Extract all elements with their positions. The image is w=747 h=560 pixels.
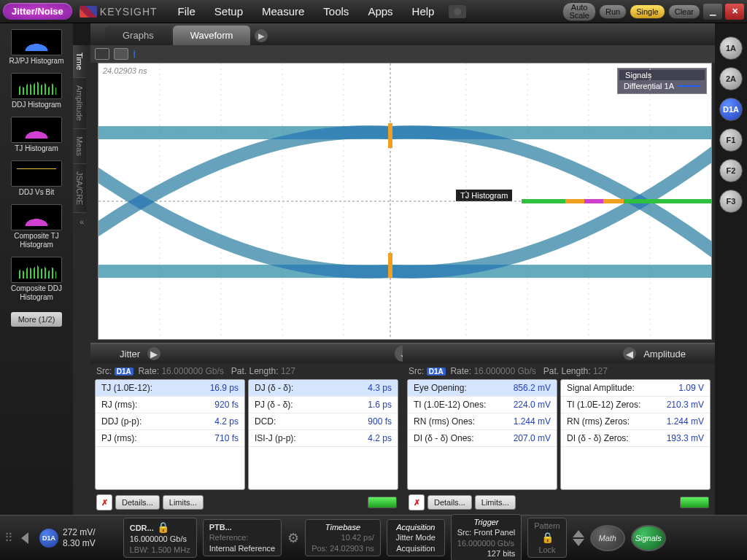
meas-row[interactable]: RN (rms) Ones:1.244 mV xyxy=(408,413,557,430)
thumb-label: Composite DDJ Histogram xyxy=(3,284,70,302)
up-arrow-icon[interactable] xyxy=(573,530,584,537)
jitter-source-line: Src: D1A Rate: 16.000000 Gb/s Pat. Lengt… xyxy=(90,363,403,379)
layout-single-icon[interactable] xyxy=(95,48,109,60)
channel-2a-button[interactable]: 2A xyxy=(719,67,743,90)
main-menu: FileSetupMeasureToolsAppsHelp xyxy=(169,2,444,20)
channel-f3-button[interactable]: F3 xyxy=(719,190,743,213)
channel-f2-button[interactable]: F2 xyxy=(719,159,743,182)
thumb-rj-pj-histogram[interactable]: RJ/PJ Histogram xyxy=(3,29,70,66)
src-chip[interactable]: D1A xyxy=(427,368,446,376)
autoscale-button[interactable]: Auto Scale xyxy=(562,2,596,21)
screenshot-icon[interactable] xyxy=(449,5,466,18)
menu-help[interactable]: Help xyxy=(403,2,444,20)
src-chip[interactable]: D1A xyxy=(115,368,133,376)
meas-row[interactable]: DDJ (p-p):4.2 ps xyxy=(96,413,244,430)
more-button[interactable]: More (1/2) xyxy=(11,312,63,327)
channel-1a-button[interactable]: 1A xyxy=(719,36,743,60)
menu-apps[interactable]: Apps xyxy=(359,2,401,20)
meas-row[interactable]: DCD:900 fs xyxy=(249,413,398,430)
clear-button[interactable]: Clear xyxy=(668,4,700,19)
brand-logo: KEYSIGHT xyxy=(80,6,158,18)
meas-row[interactable]: ISI-J (p-p):4.2 ps xyxy=(249,430,398,447)
keysight-icon xyxy=(80,6,97,18)
pattern-box[interactable]: Pattern 🔒 Lock xyxy=(527,518,566,558)
acquisition-box[interactable]: Acquisition Jitter Mode Acquisition xyxy=(387,519,445,556)
thumb-ddj-vs-bit[interactable]: DDJ Vs Bit xyxy=(3,160,70,197)
channel-buttons: 1A2AD1AF1F2F3 xyxy=(716,36,746,213)
mode-badge[interactable]: Jitter/Noise xyxy=(3,3,72,20)
tab-graphs[interactable]: Graphs xyxy=(105,26,171,45)
menu-measure[interactable]: Measure xyxy=(253,2,313,20)
jitter-close-button[interactable]: ✗ xyxy=(96,494,112,510)
meas-row[interactable]: RN (rms) Zeros:1.244 mV xyxy=(561,413,710,430)
channel-f1-button[interactable]: F1 xyxy=(719,128,743,152)
trigger-box[interactable]: Trigger Src: Front Panel 16.000000 Gb/s … xyxy=(451,514,522,560)
amplitude-details-button[interactable]: Details... xyxy=(427,495,472,510)
meas-row[interactable]: Signal Amplitude:1.09 V xyxy=(561,380,710,397)
scroll-arrows xyxy=(573,530,584,546)
amplitude-close-button[interactable]: ✗ xyxy=(409,494,425,510)
channel-d1a-button[interactable]: D1A xyxy=(719,98,743,121)
waveform-plot[interactable]: 24.02903 ns Signals Differential 1A TJ H… xyxy=(98,63,712,340)
amplitude-status-led xyxy=(680,497,709,508)
meas-row[interactable]: TJ (1.0E-12):16.9 ps xyxy=(96,380,244,397)
sb-channel-chip: D1A xyxy=(39,529,58,548)
minimize-icon[interactable]: ▁ xyxy=(703,4,722,20)
meas-row[interactable]: PJ (δ - δ):1.6 ps xyxy=(249,397,398,413)
menu-tools[interactable]: Tools xyxy=(314,2,357,20)
single-button[interactable]: Single xyxy=(630,4,665,19)
cdr-box[interactable]: CDR...🔒 16.000000 Gb/s LBW: 1.500 MHz xyxy=(123,518,197,558)
meas-row[interactable]: TI (1.0E-12) Ones:224.0 mV xyxy=(408,397,557,413)
meas-row[interactable]: RJ (rms):920 fs xyxy=(96,397,244,413)
overflow-icon[interactable]: ⁞ xyxy=(133,48,136,60)
eye-diagram-svg xyxy=(98,63,711,339)
meas-row[interactable]: PJ (rms):710 fs xyxy=(96,430,244,447)
jitter-status-led xyxy=(368,497,397,508)
amplitude-prev-icon[interactable]: ◀ xyxy=(623,347,636,360)
lock-icon: 🔒 xyxy=(157,521,169,533)
close-icon[interactable]: ✕ xyxy=(725,4,744,20)
sb-channel[interactable]: D1A 272 mV/ 8.30 mV xyxy=(39,527,96,548)
thumb-tj-histogram[interactable]: TJ Histogram xyxy=(3,117,70,153)
jitter-details-button[interactable]: Details... xyxy=(115,495,160,510)
tab-next-icon[interactable]: ▶ xyxy=(255,29,268,42)
thumb-label: RJ/PJ Histogram xyxy=(3,57,70,66)
meas-row[interactable]: DI (δ - δ) Ones:207.0 mV xyxy=(408,430,557,447)
collapse-sidebar-icon[interactable]: « xyxy=(73,213,90,230)
menubar: Jitter/Noise KEYSIGHT FileSetupMeasureTo… xyxy=(0,0,747,23)
thumbnail-panel: RJ/PJ HistogramDDJ HistogramTJ Histogram… xyxy=(0,23,73,515)
thumb-composite-ddj-histogram[interactable]: Composite DDJ Histogram xyxy=(3,257,70,302)
vtab-amplitude[interactable]: Amplitude xyxy=(73,78,86,129)
layout-split-icon[interactable] xyxy=(114,48,128,60)
jitter-next-icon[interactable]: ▶ xyxy=(147,347,160,360)
waveform-toolbar: ⁞ xyxy=(90,45,715,63)
meas-row[interactable]: DI (δ - δ) Zeros:193.3 mV xyxy=(561,430,710,447)
jitter-limits-button[interactable]: Limits... xyxy=(163,495,204,510)
pattern-lock-icon: 🔒 xyxy=(534,531,560,544)
run-button[interactable]: Run xyxy=(599,4,627,19)
menu-file[interactable]: File xyxy=(169,2,204,20)
amplitude-limits-button[interactable]: Limits... xyxy=(475,495,516,510)
sb-left-arrow-icon[interactable] xyxy=(21,532,28,544)
vtab-meas[interactable]: Meas xyxy=(73,129,86,164)
ptb-box[interactable]: PTB... Reference: Internal Reference xyxy=(203,519,282,556)
meas-row[interactable]: TI (1.0E-12) Zeros:210.3 mV xyxy=(561,397,710,413)
thumb-ddj-histogram[interactable]: DDJ Histogram xyxy=(3,73,70,109)
down-arrow-icon[interactable] xyxy=(573,539,584,546)
status-bar: ⠿ D1A 272 mV/ 8.30 mV CDR...🔒 16.000000 … xyxy=(0,515,747,560)
vtab-time[interactable]: Time xyxy=(73,45,86,78)
brand-text: KEYSIGHT xyxy=(100,6,158,18)
vtab-jsa-cre[interactable]: JSA/CRE xyxy=(73,164,86,213)
menu-setup[interactable]: Setup xyxy=(206,2,252,20)
meas-row[interactable]: Eye Opening:856.2 mV xyxy=(408,380,557,397)
thumb-label: DDJ Histogram xyxy=(3,101,70,109)
meas-row[interactable]: DJ (δ - δ):4.3 ps xyxy=(249,380,398,397)
settings-gear-icon[interactable]: ⚙ xyxy=(287,530,299,546)
thumb-composite-tj-histogram[interactable]: Composite TJ Histogram xyxy=(3,204,70,249)
sb-scale: 272 mV/ xyxy=(63,527,96,537)
timebase-box[interactable]: Timebase 10.42 ps/ Pos: 24.02903 ns xyxy=(305,519,381,556)
signals-button[interactable]: Signals xyxy=(631,525,666,551)
sb-handle-icon[interactable]: ⠿ xyxy=(4,531,13,545)
tab-waveform[interactable]: Waveform xyxy=(173,26,251,45)
math-button[interactable]: Math xyxy=(590,525,625,551)
